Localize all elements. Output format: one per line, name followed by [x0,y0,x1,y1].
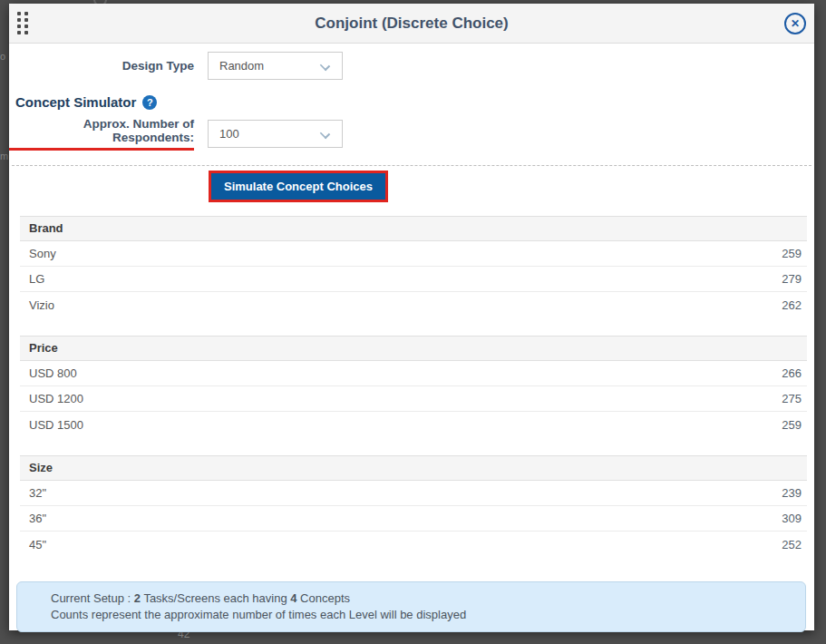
level-label: USD 800 [29,366,77,380]
concept-simulator-heading: Concept Simulator ? [15,94,814,110]
level-label: USD 1500 [29,418,83,432]
current-setup-info-box: Current Setup : 2 Tasks/Screens each hav… [16,581,806,632]
level-count: 259 [782,418,802,432]
table-row: LG 279 [20,267,807,292]
table-row: Sony 259 [20,241,807,267]
info-line-1: Current Setup : 2 Tasks/Screens each hav… [51,590,796,607]
red-annotation-box: Simulate Concept Choices [209,171,388,202]
level-label: Sony [29,247,56,260]
level-label: 45" [29,538,46,551]
table-row: USD 800 266 [20,361,807,386]
respondents-value: 100 [219,127,239,141]
table-header: Brand [20,216,807,241]
background-artifact: o [0,51,5,62]
respondents-select[interactable]: 100 [208,120,343,148]
background-artifact: m [0,151,8,161]
respondents-label: Approx. Number of Respondents: [9,117,194,151]
design-type-label: Design Type [9,59,194,73]
simulate-concept-choices-button[interactable]: Simulate Concept Choices [211,173,385,200]
conjoint-dialog: Conjoint (Discrete Choice) ✕ Design Type… [9,4,814,630]
level-count: 279 [782,272,802,286]
level-count: 259 [782,247,802,260]
level-count-tables: Brand Sony 259 LG 279 Vizio 262 Price US… [20,216,807,557]
price-table: Price USD 800 266 USD 1200 275 USD 1500 … [20,336,807,437]
dialog-header: Conjoint (Discrete Choice) ✕ [9,4,814,44]
design-type-row: Design Type Random [9,52,814,80]
level-count: 309 [782,512,802,525]
level-count: 239 [782,486,802,500]
level-label: 32" [29,486,46,500]
table-header: Size [20,455,807,481]
level-label: Vizio [29,298,54,312]
level-label: USD 1200 [29,392,83,405]
dialog-title: Conjoint (Discrete Choice) [9,15,814,33]
table-row: USD 1500 259 [20,412,807,437]
table-row: 32" 239 [20,481,807,506]
level-count: 275 [782,392,802,405]
table-row: 45" 252 [20,532,807,557]
design-type-select[interactable]: Random [208,52,343,80]
brand-table: Brand Sony 259 LG 279 Vizio 262 [20,216,807,317]
respondents-row: Approx. Number of Respondents: 100 [9,117,814,151]
level-count: 252 [782,538,802,551]
simulate-button-row: Simulate Concept Choices [9,171,814,202]
table-header: Price [20,336,807,361]
dialog-body: Design Type Random Concept Simulator ? A… [9,52,814,632]
design-type-value: Random [219,59,264,73]
table-row: USD 1200 275 [20,386,807,412]
table-row: 36" 309 [20,506,807,532]
concept-simulator-title: Concept Simulator [15,94,136,110]
size-table: Size 32" 239 36" 309 45" 252 [20,455,807,557]
info-line-2: Counts represent the approximate number … [51,607,796,623]
chevron-down-icon [320,129,330,139]
chevron-down-icon [320,61,330,71]
level-count: 266 [782,366,802,380]
level-count: 262 [782,298,802,312]
table-row: Vizio 262 [20,292,807,317]
dashed-divider [12,165,811,166]
help-icon[interactable]: ? [142,95,157,110]
level-label: LG [29,272,44,286]
level-label: 36" [29,512,46,525]
close-icon[interactable]: ✕ [784,13,806,34]
